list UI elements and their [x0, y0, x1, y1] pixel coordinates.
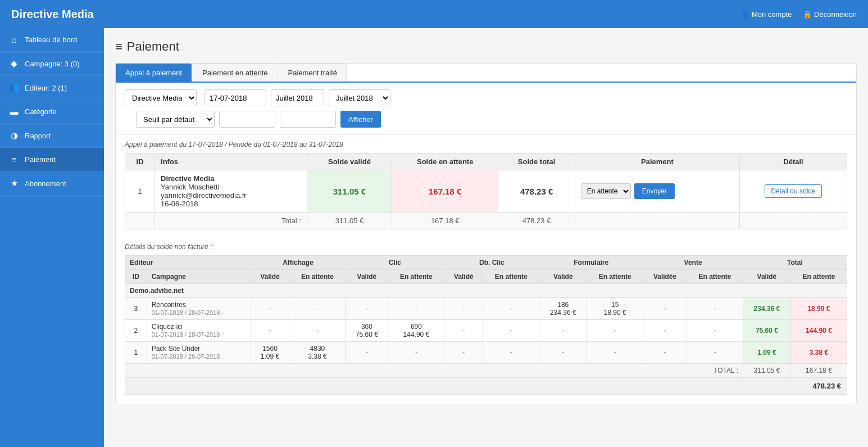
subh-vente-valide: Validée	[643, 270, 687, 284]
detail-aff-v: -	[251, 298, 289, 320]
month-select[interactable]: Juillet 2018	[329, 89, 390, 106]
detail-grand-total-row: 478.23 €	[125, 378, 847, 395]
detail-total-a: 144.90 €	[790, 320, 847, 342]
detail-id: 2	[125, 320, 147, 342]
home-icon: ⌂	[9, 35, 19, 44]
detail-db-a: -	[483, 320, 539, 342]
campaign-icon: ◆	[9, 58, 19, 69]
detail-table: Editeur Affichage Clic Db. Clic Formulai…	[125, 255, 847, 395]
company-select[interactable]: Directive Media	[125, 89, 197, 106]
cell-paiement: En attente Envoyé Traité Envoyer	[575, 170, 739, 213]
sidebar-item-editeur[interactable]: 👥 Editeur: 2 (1)	[0, 76, 104, 100]
sidebar-item-tableau-de-bord[interactable]: ⌂ Tableau de bord	[0, 28, 104, 52]
col-solde-valide: Solde validé	[307, 153, 392, 170]
sidebar-item-categorie[interactable]: ▬ Catégorie	[0, 100, 104, 124]
mon-compte-link[interactable]: 👤 Mon compte	[740, 10, 792, 19]
detail-db-a: -	[483, 342, 539, 364]
app-title: Directive Media	[11, 8, 94, 21]
date-input[interactable]	[204, 89, 266, 106]
col-solde-attente: Solde en attente	[392, 153, 498, 170]
navbar: Directive Media 👤 Mon compte 🔒 Déconnexi…	[0, 0, 868, 28]
cell-infos: Directive Media Yannick Moschetti yannic…	[155, 170, 307, 213]
category-icon: ▬	[9, 107, 19, 116]
cell-solde-total: 478.23 €	[498, 170, 575, 213]
date-to-input[interactable]: 31-07-2018	[280, 111, 336, 128]
detail-form-a: -	[587, 342, 643, 364]
detail-vente-v: -	[643, 298, 687, 320]
sidebar-item-rapport[interactable]: ◑ Rapport	[0, 124, 104, 148]
main-table-wrapper: ID Infos Solde validé Solde en attente S…	[116, 148, 856, 234]
total-empty-id	[125, 213, 155, 229]
lock-icon: 🔒	[803, 10, 814, 19]
subh-db-valide: Validé	[444, 270, 483, 284]
month-input	[271, 89, 324, 106]
sidebar-item-campagne[interactable]: ◆ Campagne: 3 (0)	[0, 52, 104, 76]
detail-id: 1	[125, 342, 147, 364]
col-db-clic-header: Db. Clic	[444, 256, 539, 270]
page-title: ≡ Paiement	[115, 39, 857, 54]
detail-vente-v: -	[643, 342, 687, 364]
payment-select-wrap: En attente Envoyé Traité Envoyer	[581, 183, 734, 199]
col-id: ID	[125, 153, 155, 170]
detail-table-row: 2 Cliquez-ici01-07-2018 / 28-07-2018 - -…	[125, 320, 847, 342]
detail-id: 3	[125, 298, 147, 320]
detail-total-v: 1.09 €	[743, 342, 790, 364]
detail-total-a: 3.38 €	[790, 342, 847, 364]
main-content: ≡ Paiement Appel à paiement Paiement en …	[104, 28, 868, 447]
tab-appel-paiement[interactable]: Appel à paiement	[116, 64, 192, 82]
detail-table-row: 1 Pack Site Under01-07-2018 / 28-07-2018…	[125, 342, 847, 364]
afficher-button[interactable]: Afficher	[340, 111, 381, 128]
contact-email: yannick@directivemedia.fr	[161, 191, 247, 200]
tab-paiement-attente[interactable]: Paiement en attente	[193, 64, 277, 82]
detail-header-row-1: Editeur Affichage Clic Db. Clic Formulai…	[125, 256, 847, 270]
tab-paiement-traite[interactable]: Paiement traité	[279, 64, 347, 82]
sidebar-item-label: Catégorie	[25, 107, 56, 116]
detail-db-v: -	[444, 342, 483, 364]
seuil-select[interactable]: Seuil par défaut	[136, 111, 215, 128]
table-total-row: Total : 311.05 € 167.18 € 478.23 €	[125, 213, 847, 229]
subh-clic-valide: Validé	[346, 270, 388, 284]
detail-form-a: 1518.90 €	[587, 298, 643, 320]
total-valide: 311.05 €	[307, 213, 392, 229]
detail-aff-a: 48303.38 €	[289, 342, 346, 364]
company-name: Directive Media	[161, 174, 214, 183]
detail-solde-button[interactable]: Détail du solde	[765, 184, 821, 198]
detail-aff-a: -	[289, 298, 346, 320]
account-icon: 👤	[740, 10, 752, 19]
detail-vente-v: -	[643, 320, 687, 342]
total-detail-empty	[740, 213, 847, 229]
detail-aff-a: -	[289, 320, 346, 342]
subh-vente-attente: En attente	[687, 270, 743, 284]
detail-form-a: -	[587, 320, 643, 342]
date-from-input[interactable]: 01-07-2018	[219, 111, 275, 128]
navbar-right: 👤 Mon compte 🔒 Déconnexion	[740, 10, 857, 19]
detail-clic-v: -	[346, 298, 388, 320]
main-payment-table: ID Infos Solde validé Solde en attente S…	[125, 153, 847, 229]
page-title-icon: ≡	[115, 39, 122, 54]
col-paiement: Paiement	[575, 153, 739, 170]
col-formulaire-header: Formulaire	[539, 256, 643, 270]
sidebar-item-abonnement[interactable]: ★ Abonnement	[0, 171, 104, 196]
detail-clic-a: 690144.90 €	[388, 320, 444, 342]
detail-clic-v: 36075.60 €	[346, 320, 388, 342]
subh-form-valide: Validé	[539, 270, 587, 284]
total-attente: 167.18 €	[392, 213, 498, 229]
envoyer-button[interactable]: Envoyer	[634, 183, 675, 199]
total-total: 478.23 €	[498, 213, 575, 229]
subh-db-attente: En attente	[483, 270, 539, 284]
contact-name: Yannick Moschetti	[161, 183, 220, 191]
col-vente-header: Vente	[643, 256, 743, 270]
detail-db-v: -	[444, 320, 483, 342]
deconnexion-link[interactable]: 🔒 Déconnexion	[803, 10, 857, 19]
detail-total-a: 18.90 €	[790, 298, 847, 320]
subh-id: ID	[125, 270, 147, 284]
cell-detail: Détail du solde	[740, 170, 847, 213]
detail-total-footer-attente: 167.18 €	[790, 364, 847, 378]
subh-aff-valide: Validé	[251, 270, 289, 284]
total-paiement-empty	[575, 213, 739, 229]
detail-vente-a: -	[687, 342, 743, 364]
col-infos: Infos	[155, 153, 307, 170]
main-table-header-row: ID Infos Solde validé Solde en attente S…	[125, 153, 847, 170]
payment-status-select[interactable]: En attente Envoyé Traité	[581, 183, 631, 199]
sidebar-item-paiement[interactable]: ≡ Paiement	[0, 148, 104, 171]
